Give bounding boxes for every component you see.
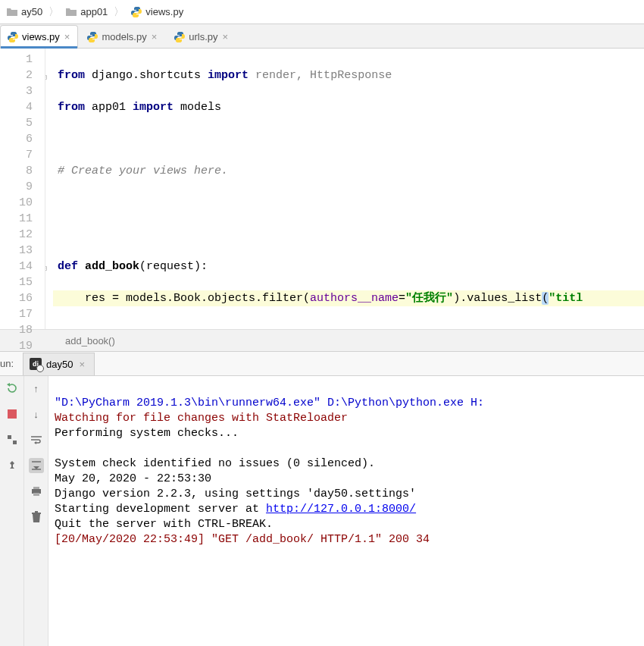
chevron-right-icon: 〉 — [114, 5, 124, 19]
up-icon[interactable]: ↑ — [29, 381, 44, 396]
breadcrumb-item[interactable]: views.py — [127, 5, 186, 20]
close-icon[interactable]: × — [80, 359, 86, 370]
console-line: Watching for file changes with StatReloa… — [55, 412, 348, 425]
editor-tabs: views.py × models.py × urls.py × — [0, 24, 644, 49]
chevron-right-icon: 〉 — [48, 5, 59, 19]
breadcrumb-bar: ay50 〉 app01 〉 views.py — [0, 0, 644, 24]
console-line: System check identified no issues (0 sil… — [55, 457, 375, 470]
stop-icon[interactable] — [5, 406, 20, 422]
close-icon[interactable]: × — [152, 31, 158, 42]
tab-models[interactable]: models.py × — [80, 25, 165, 48]
run-toolwindow-header: un: dj day50 × — [0, 352, 644, 376]
print-icon[interactable] — [29, 484, 44, 499]
soft-wrap-icon[interactable] — [29, 432, 44, 447]
down-icon[interactable]: ↓ — [29, 406, 44, 422]
tab-urls[interactable]: urls.py × — [167, 25, 236, 48]
console-line: [20/May/2020 22:53:49] "GET /add_book/ H… — [55, 533, 430, 546]
fold-icon[interactable]: ⊟ — [45, 70, 47, 86]
code-area[interactable]: ⊟from django.shortcuts import render, Ht… — [45, 49, 644, 329]
scroll-to-end-icon[interactable] — [29, 458, 44, 473]
django-icon: dj — [30, 358, 42, 370]
run-toolwindow: ↑ ↓ "D:\PyCharm 2019.1.3\bin\runnerw64.e… — [0, 376, 644, 646]
server-url-link[interactable]: http://127.0.0.1:8000/ — [266, 503, 416, 516]
breadcrumb-label: app01 — [80, 6, 108, 17]
tab-label: urls.py — [189, 31, 217, 42]
console-line: Starting development server at http://12… — [55, 503, 416, 516]
rerun-icon[interactable] — [5, 381, 20, 396]
python-icon — [130, 6, 142, 18]
svg-rect-2 — [33, 493, 39, 496]
trash-icon[interactable] — [29, 510, 44, 525]
fold-icon[interactable]: ⊟ — [45, 261, 47, 277]
console-output[interactable]: "D:\PyCharm 2019.1.3\bin\runnerw64.exe" … — [48, 376, 644, 646]
breadcrumb-item[interactable]: ay50 — [3, 5, 45, 20]
console-line: Performing system checks... — [55, 427, 239, 440]
run-toolbar-right: ↑ ↓ — [24, 376, 48, 646]
context-bar: add_book() — [0, 329, 644, 352]
run-toolbar-left — [0, 376, 24, 646]
context-label: add_book() — [65, 335, 115, 347]
run-label: un: — [0, 358, 20, 369]
python-icon — [174, 31, 186, 43]
folder-icon — [6, 6, 18, 18]
code-editor[interactable]: 12345678910111213141516171819 ⊟from djan… — [0, 49, 644, 329]
pin-icon[interactable] — [5, 458, 20, 473]
breadcrumb-label: views.py — [145, 6, 183, 17]
folder-icon — [65, 6, 77, 18]
python-icon — [86, 31, 98, 43]
restart-icon[interactable] — [5, 432, 20, 447]
console-line: May 20, 2020 - 22:53:30 — [55, 472, 211, 485]
breadcrumb-item[interactable]: app01 — [62, 5, 111, 20]
tab-label: views.py — [22, 31, 60, 42]
console-line: Django version 2.2.3, using settings 'da… — [55, 488, 416, 500]
close-icon[interactable]: × — [64, 31, 70, 42]
close-icon[interactable]: × — [223, 31, 229, 42]
run-tab[interactable]: dj day50 × — [23, 353, 95, 375]
python-icon — [7, 31, 19, 43]
console-line: "D:\PyCharm 2019.1.3\bin\runnerw64.exe" … — [55, 397, 484, 409]
tab-label: models.py — [102, 31, 146, 42]
run-tab-label: day50 — [46, 359, 73, 370]
breadcrumb-label: ay50 — [21, 6, 42, 17]
line-gutter: 12345678910111213141516171819 — [0, 49, 45, 329]
console-line: Quit the server with CTRL-BREAK. — [55, 518, 273, 531]
svg-rect-1 — [33, 487, 39, 489]
tab-views[interactable]: views.py × — [0, 25, 78, 48]
